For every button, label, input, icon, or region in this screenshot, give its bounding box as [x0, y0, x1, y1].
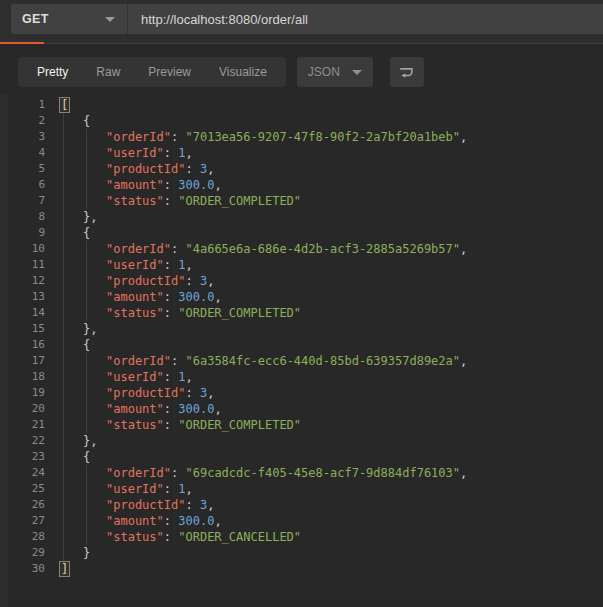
indent-guide	[63, 497, 64, 513]
line-number: 22	[0, 433, 45, 449]
line-number: 23	[0, 449, 45, 465]
indent-guide	[63, 513, 64, 529]
indent-guide	[86, 161, 87, 177]
line-number: 25	[0, 481, 45, 497]
request-bar: GET	[11, 4, 603, 34]
line-number: 30	[0, 561, 45, 577]
json-key: "userId"	[106, 370, 164, 384]
line-number: 9	[0, 225, 45, 241]
line-number: 2	[0, 113, 45, 129]
code-line: 12"productId": 3,	[0, 273, 603, 289]
code-line: 24"orderId": "69cadcdc-f405-45e8-acf7-9d…	[0, 465, 603, 481]
json-punctuation: },	[83, 322, 97, 336]
json-punctuation: :	[164, 418, 178, 432]
json-key: "productId"	[106, 386, 185, 400]
code-line: 4"userId": 1,	[0, 145, 603, 161]
line-number: 24	[0, 465, 45, 481]
indent-guide	[86, 177, 87, 193]
indent-guide	[63, 113, 64, 129]
indent-guide	[86, 497, 87, 513]
method-label: GET	[22, 12, 49, 26]
json-key: "orderId"	[106, 466, 171, 480]
indent-guide	[86, 193, 87, 209]
indent-guide	[86, 353, 87, 369]
code-line: 13"amount": 300.0,	[0, 289, 603, 305]
format-select[interactable]: JSON	[297, 57, 373, 87]
line-number: 12	[0, 273, 45, 289]
format-label: JSON	[308, 65, 340, 79]
json-punctuation: :	[164, 482, 178, 496]
code-line: 2{	[0, 113, 603, 129]
indent-guide	[63, 305, 64, 321]
json-key: "userId"	[106, 258, 164, 272]
code-line: 21"status": "ORDER_COMPLETED"	[0, 417, 603, 433]
indent-guide	[63, 481, 64, 497]
indent-guide	[63, 193, 64, 209]
line-number: 18	[0, 369, 45, 385]
json-punctuation: ,	[460, 242, 467, 256]
line-number: 27	[0, 513, 45, 529]
indent-guide	[63, 369, 64, 385]
json-punctuation: ,	[185, 370, 192, 384]
line-number: 11	[0, 257, 45, 273]
tab-raw[interactable]: Raw	[82, 57, 134, 87]
indent-guide	[86, 305, 87, 321]
indent-guide	[63, 385, 64, 401]
json-punctuation: :	[164, 402, 178, 416]
tab-pretty[interactable]: Pretty	[23, 57, 82, 87]
json-punctuation: ,	[214, 514, 221, 528]
line-number: 29	[0, 545, 45, 561]
json-string: "ORDER_COMPLETED"	[178, 418, 301, 432]
line-number: 3	[0, 129, 45, 145]
indent-guide	[86, 417, 87, 433]
json-string: "6a3584fc-ecc6-440d-85bd-639357d89e2a"	[185, 354, 460, 368]
indent-guide	[63, 353, 64, 369]
line-number: 10	[0, 241, 45, 257]
line-number: 21	[0, 417, 45, 433]
json-punctuation: ,	[185, 482, 192, 496]
indent-guide	[86, 401, 87, 417]
line-number: 20	[0, 401, 45, 417]
code-line: 1[	[0, 97, 603, 113]
json-punctuation: :	[164, 530, 178, 544]
json-punctuation: :	[171, 466, 185, 480]
indent-guide	[63, 449, 64, 465]
indent-guide	[86, 273, 87, 289]
response-body-editor[interactable]: 1[2{3"orderId": "7013ea56-9207-47f8-90f2…	[0, 97, 603, 577]
code-line: 19"productId": 3,	[0, 385, 603, 401]
indent-guide	[63, 465, 64, 481]
indent-guide	[63, 257, 64, 273]
url-input[interactable]	[128, 4, 603, 34]
line-number: 4	[0, 145, 45, 161]
indent-guide	[86, 481, 87, 497]
code-line: 27"amount": 300.0,	[0, 513, 603, 529]
json-punctuation: ,	[460, 354, 467, 368]
tab-visualize[interactable]: Visualize	[205, 57, 281, 87]
json-key: "productId"	[106, 162, 185, 176]
json-punctuation: :	[164, 370, 178, 384]
json-key: "orderId"	[106, 130, 171, 144]
code-line: 14"status": "ORDER_COMPLETED"	[0, 305, 603, 321]
response-view-tabs: Pretty Raw Preview Visualize	[18, 57, 286, 87]
line-number: 19	[0, 385, 45, 401]
method-select[interactable]: GET	[11, 4, 128, 34]
json-number: 300.0	[178, 514, 214, 528]
code-line: 18"userId": 1,	[0, 369, 603, 385]
json-punctuation: ,	[460, 130, 467, 144]
json-string: "ORDER_COMPLETED"	[178, 194, 301, 208]
code-line: 5"productId": 3,	[0, 161, 603, 177]
line-number: 15	[0, 321, 45, 337]
json-punctuation: :	[164, 514, 178, 528]
indent-guide	[63, 225, 64, 241]
json-punctuation: {	[83, 226, 90, 240]
json-punctuation: :	[185, 162, 199, 176]
tab-preview[interactable]: Preview	[134, 57, 205, 87]
indent-guide	[86, 385, 87, 401]
json-key: "amount"	[106, 514, 164, 528]
json-punctuation: ,	[460, 466, 467, 480]
json-punctuation: {	[83, 450, 90, 464]
json-number: 300.0	[178, 290, 214, 304]
wrap-text-button[interactable]	[390, 57, 424, 87]
code-line: 8},	[0, 209, 603, 225]
line-number: 1	[0, 97, 45, 113]
